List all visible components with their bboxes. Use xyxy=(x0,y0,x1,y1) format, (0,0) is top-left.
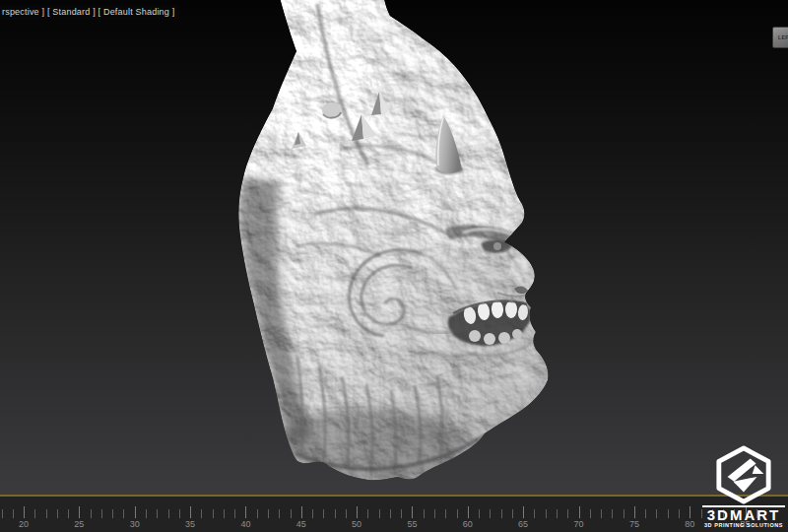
ruler-tick xyxy=(512,509,513,518)
ruler-tick-label: 65 xyxy=(518,519,528,529)
ruler-tick xyxy=(346,509,347,518)
ruler-tick-label: 50 xyxy=(352,519,361,529)
ruler-tick xyxy=(123,509,124,518)
ruler-tick-label: 35 xyxy=(185,519,195,529)
ruler-tick xyxy=(79,506,80,518)
ruler-tick xyxy=(546,509,547,518)
time-ruler[interactable]: 2025303540455055606570758085 xyxy=(0,497,788,532)
ruler-tick xyxy=(224,509,225,518)
ruler-tick xyxy=(534,509,535,518)
viewcube-left-face-button[interactable]: LEFT xyxy=(772,27,788,48)
ruler-tick xyxy=(612,509,613,518)
viewport[interactable]: rspective ] [ Standard ] [ Default Shadi… xyxy=(0,0,788,495)
ruler-tick xyxy=(434,509,435,518)
application-window: rspective ] [ Standard ] [ Default Shadi… xyxy=(0,0,788,532)
ruler-tick xyxy=(457,509,458,518)
ruler-tick xyxy=(679,509,680,518)
ruler-tick xyxy=(567,509,568,518)
ruler-tick xyxy=(412,506,413,518)
ruler-tick xyxy=(490,509,491,518)
ruler-tick-label: 60 xyxy=(463,519,473,529)
logo-tagline-text: 3D PRINTING SOLUTIONS xyxy=(702,522,785,529)
ruler-tick xyxy=(601,509,602,518)
ruler-tick xyxy=(245,506,246,518)
ruler-tick xyxy=(379,509,380,518)
ruler-tick-label: 40 xyxy=(240,519,250,529)
ruler-tick xyxy=(523,506,524,518)
ruler-tick xyxy=(279,509,280,518)
ruler-tick-label: 70 xyxy=(573,519,583,529)
ruler-tick xyxy=(291,509,292,518)
ruler-tick xyxy=(590,509,591,518)
ruler-tick xyxy=(424,509,425,518)
ruler-tick xyxy=(57,509,58,518)
ruler-tick xyxy=(34,509,35,518)
ruler-tick xyxy=(390,509,391,518)
ruler-tick xyxy=(135,506,136,518)
ruler-tick xyxy=(46,509,47,518)
viewport-shading-label[interactable]: rspective ] [ Standard ] [ Default Shadi… xyxy=(0,5,179,20)
logo-gem-icon xyxy=(707,445,780,504)
ruler-tick xyxy=(335,509,336,518)
ruler-tick xyxy=(13,509,14,518)
sculpt-model-demon-head[interactable] xyxy=(0,0,788,495)
ruler-tick xyxy=(112,509,113,518)
ruler-tick-label: 80 xyxy=(685,519,694,529)
ruler-tick xyxy=(479,509,480,518)
ruler-tick xyxy=(468,506,469,518)
ruler-tick xyxy=(190,506,191,518)
ruler-tick xyxy=(656,509,657,518)
ruler-tick xyxy=(2,509,3,518)
ruler-tick xyxy=(668,509,669,518)
ruler-tick xyxy=(257,509,258,518)
ruler-tick-label: 20 xyxy=(19,519,29,529)
ruler-tick-label: 25 xyxy=(74,519,84,529)
ruler-tick xyxy=(445,509,446,518)
ruler-tick xyxy=(234,509,235,518)
ruler-tick xyxy=(168,509,169,518)
ruler-tick xyxy=(201,509,202,518)
ruler-tick xyxy=(268,509,269,518)
ruler-tick xyxy=(323,509,324,518)
ruler-tick xyxy=(624,509,624,518)
ruler-tick xyxy=(301,506,302,518)
ruler-tick xyxy=(634,506,635,518)
ruler-tick xyxy=(501,509,502,518)
ruler-tick-label: 45 xyxy=(296,519,306,529)
ruler-tick xyxy=(312,509,313,518)
ruler-tick xyxy=(557,509,558,518)
ruler-tick xyxy=(91,509,92,518)
ruler-tick xyxy=(157,509,158,518)
ruler-tick xyxy=(213,509,214,518)
logo-brand-text: 3DMART xyxy=(702,507,785,522)
ruler-tick xyxy=(690,506,690,518)
ruler-tick xyxy=(24,506,25,518)
ruler-tick-label: 55 xyxy=(407,519,417,529)
brand-logo: 3DMART 3D PRINTING SOLUTIONS xyxy=(702,445,785,529)
ruler-tick-label: 75 xyxy=(629,519,639,529)
ruler-tick xyxy=(146,509,147,518)
ruler-tick xyxy=(579,506,580,518)
ruler-tick xyxy=(401,509,402,518)
ruler-tick xyxy=(179,509,180,518)
ruler-tick xyxy=(645,509,646,518)
ruler-tick-label: 30 xyxy=(130,519,140,529)
ruler-tick xyxy=(101,509,102,518)
ruler-tick xyxy=(68,509,69,518)
ruler-tick xyxy=(367,509,368,518)
ruler-tick xyxy=(357,506,358,518)
